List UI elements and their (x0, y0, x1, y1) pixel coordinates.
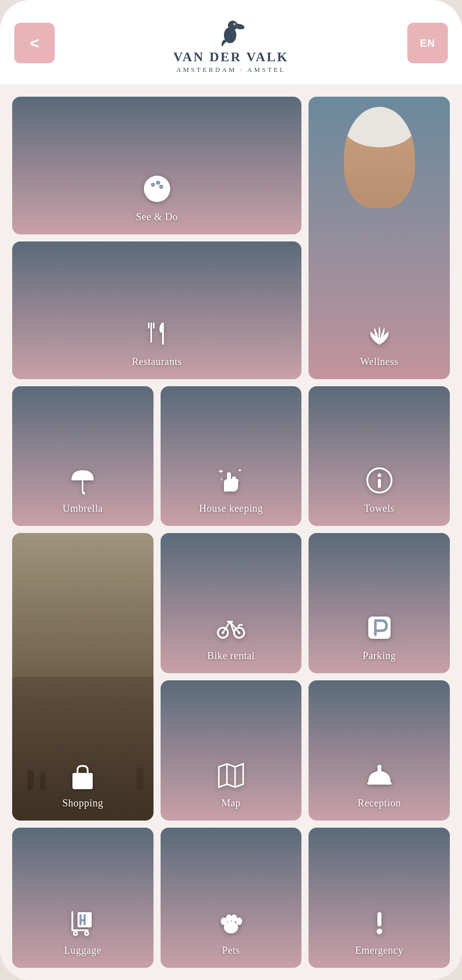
svg-rect-34 (71, 929, 89, 931)
svg-rect-33 (71, 911, 73, 930)
svg-point-1 (228, 21, 238, 30)
svg-rect-16 (378, 479, 381, 488)
svg-rect-44 (377, 912, 381, 926)
svg-rect-32 (80, 919, 86, 921)
bicycle-icon (216, 612, 246, 643)
tile-label-wellness: Wellness (360, 355, 399, 368)
svg-point-7 (159, 185, 163, 189)
luggage-icon (67, 907, 98, 937)
shopping-bag-icon (67, 762, 98, 792)
paw-icon (216, 907, 246, 937)
brand-name: VAN DER VALK (173, 50, 289, 65)
bell-icon (364, 760, 395, 790)
svg-rect-12 (162, 322, 164, 345)
tile-label-shopping: Shopping (62, 796, 103, 809)
map-icon (216, 760, 246, 790)
logo-area: VAN DER VALK AMSTERDAM · AMSTEL (173, 12, 289, 74)
tile-towels[interactable]: Towels (309, 386, 450, 526)
tile-bike-rental[interactable]: Bike rental (161, 533, 302, 673)
tile-label-restaurants: Restaurants (132, 355, 182, 368)
tile-pets[interactable]: Pets (161, 828, 302, 968)
tile-label-emergency: Emergency (355, 944, 403, 957)
parking-icon (364, 612, 395, 643)
tile-label-parking: Parking (363, 649, 396, 662)
tile-label-map: Map (221, 796, 241, 809)
tile-label-luggage: Luggage (64, 944, 101, 957)
tile-emergency[interactable]: Emergency (309, 828, 450, 968)
info-circle-icon (364, 465, 395, 496)
brand-location: AMSTERDAM · AMSTEL (176, 66, 286, 74)
umbrella-icon (67, 465, 98, 496)
svg-point-4 (144, 176, 170, 202)
tile-map[interactable]: Map (161, 680, 302, 821)
toucan-icon (213, 12, 249, 48)
hand-sparkle-icon (216, 465, 246, 496)
tile-restaurants[interactable]: Restaurants (12, 241, 301, 379)
svg-rect-18 (72, 773, 93, 777)
tile-luggage[interactable]: Luggage (12, 828, 153, 968)
lotus-icon (364, 320, 395, 351)
language-button[interactable]: EN (407, 23, 448, 63)
tile-wellness[interactable]: Wellness (309, 97, 450, 379)
tile-label-bike-rental: Bike rental (207, 649, 255, 662)
phone-shell: < VAN DER VALK (0, 0, 462, 980)
tile-see-and-do[interactable]: See & Do (12, 97, 301, 234)
svg-rect-9 (148, 322, 149, 329)
main-grid: See & Do Wellness (0, 85, 462, 980)
svg-point-15 (377, 474, 381, 477)
svg-point-6 (156, 181, 160, 185)
header: < VAN DER VALK (0, 0, 462, 85)
tile-reception[interactable]: Reception (309, 680, 450, 821)
tile-parking[interactable]: Parking (309, 533, 450, 673)
tile-label-umbrella: Umbrella (63, 502, 103, 515)
svg-point-43 (236, 918, 242, 925)
tile-label-housekeeping: House keeping (199, 502, 263, 515)
svg-rect-10 (153, 322, 155, 329)
tile-label-reception: Reception (358, 796, 401, 809)
tile-label-see-and-do: See & Do (136, 210, 178, 223)
tile-shopping[interactable]: Shopping (12, 533, 153, 821)
fork-knife-icon (142, 318, 172, 349)
svg-rect-11 (150, 329, 152, 343)
tile-label-towels: Towels (364, 502, 394, 515)
svg-point-37 (74, 932, 76, 934)
svg-point-38 (86, 932, 88, 934)
tile-housekeeping[interactable]: House keeping (161, 386, 302, 526)
back-button[interactable]: < (14, 23, 55, 63)
svg-point-45 (376, 929, 382, 934)
tile-label-pets: Pets (222, 944, 240, 957)
svg-point-3 (234, 24, 235, 25)
bowling-icon (142, 174, 172, 204)
svg-point-5 (151, 183, 155, 187)
exclamation-icon (364, 907, 395, 937)
svg-rect-13 (82, 480, 84, 492)
svg-point-28 (377, 765, 381, 769)
tile-umbrella[interactable]: Umbrella (12, 386, 153, 526)
svg-rect-26 (367, 782, 392, 785)
